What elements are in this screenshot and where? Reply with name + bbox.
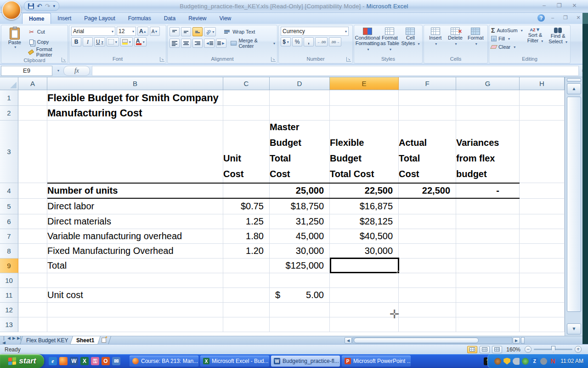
tab-review[interactable]: Review [182, 13, 213, 24]
delete-cells-button[interactable]: ✕ Delete▾ [446, 27, 464, 56]
grid-row[interactable]: 13 [0, 317, 582, 332]
cell-d9[interactable]: $125,000 [270, 259, 330, 273]
normal-view-button[interactable] [467, 346, 477, 353]
excel-icon[interactable]: X [80, 357, 89, 365]
scroll-right-icon[interactable]: ▶ [513, 337, 520, 344]
select-all-button[interactable] [0, 77, 18, 90]
conditional-formatting-button[interactable]: ConditionalFormatting ▾ [356, 27, 379, 56]
cell-b4[interactable]: Number of units [47, 183, 223, 198]
tab-view[interactable]: View [213, 13, 237, 24]
insert-function-button[interactable]: fx [63, 66, 90, 76]
cell-styles-button[interactable]: CellStyles ▾ [401, 27, 420, 56]
minimize-button[interactable]: – [538, 2, 550, 10]
start-button[interactable]: start [0, 354, 44, 368]
tray-volume-icon[interactable] [540, 358, 547, 365]
column-header-e[interactable]: E [330, 77, 399, 90]
increase-decimal-button[interactable]: ←.00 [315, 37, 328, 46]
vertical-scroll-thumb[interactable] [567, 97, 581, 312]
merge-center-button[interactable]: Merge & Center▾ [230, 38, 275, 48]
workbook-minimize-button[interactable]: – [548, 15, 558, 22]
fill-handle[interactable] [397, 271, 400, 274]
scrollbar-split-handle[interactable] [567, 78, 581, 82]
cell-b9[interactable]: Total [47, 259, 223, 273]
format-as-table-button[interactable]: Formatas Table ▾ [379, 27, 401, 56]
cell-d8[interactable]: 30,000 [270, 244, 330, 258]
tray-shield-icon[interactable] [503, 358, 510, 365]
grid-row[interactable]: 3 Unit Cost Master Budget Total Cost Fle… [0, 121, 582, 183]
cell-e6[interactable]: $28,125 [330, 214, 399, 229]
horizontal-scrollbar[interactable]: ◀ ▶ [345, 337, 525, 344]
row-header-10[interactable]: 10 [0, 273, 18, 288]
cell-c6[interactable]: 1.25 [223, 214, 270, 229]
grid-row[interactable]: 1 Flexible Budget for Smith Company [0, 90, 582, 106]
tray-key-icon[interactable] [513, 358, 520, 365]
cell-c3[interactable]: Unit Cost [223, 121, 270, 183]
grid-row[interactable]: 6 Direct materials 1.25 31,250 $28,125 [0, 214, 582, 229]
cell-c5[interactable]: $0.75 [223, 199, 270, 214]
active-cell-e9[interactable] [330, 258, 399, 273]
tab-insert[interactable]: Insert [51, 13, 78, 24]
zoom-in-button[interactable]: + [575, 346, 582, 353]
cut-button[interactable]: ✂ Cut [28, 27, 66, 37]
grid-row[interactable]: 7 Variable manufacturing overhead 1.80 4… [0, 229, 582, 244]
scroll-left-icon[interactable]: ◀ [345, 337, 352, 344]
row-header-8[interactable]: 8 [0, 244, 18, 259]
bold-button[interactable]: B [71, 37, 81, 46]
sheet-tab-flex-budget-key[interactable]: Flex Budget KEY [20, 336, 74, 345]
tab-home[interactable]: Home [22, 13, 51, 24]
cell-c7[interactable]: 1.80 [223, 229, 270, 243]
task-budgeting-doc[interactable]: W Budgeting_practice-fl... [271, 356, 340, 367]
task-browser-course[interactable]: Course: BA 213: Man... [130, 356, 198, 367]
format-cells-button[interactable]: Format▾ [466, 27, 486, 56]
align-left-button[interactable] [170, 39, 180, 48]
tab-formulas[interactable]: Formulas [122, 13, 158, 24]
column-header-d[interactable]: D [270, 77, 330, 90]
grid-row[interactable]: 12 [0, 303, 582, 317]
row-header-1[interactable]: 1 [0, 90, 18, 106]
cell-e5[interactable]: $16,875 [330, 199, 399, 214]
cell-b5[interactable]: Direct labor [47, 199, 223, 214]
percent-style-button[interactable]: % [292, 37, 302, 46]
column-header-c[interactable]: C [223, 77, 270, 90]
align-bottom-button[interactable] [192, 27, 203, 36]
copy-button[interactable]: Copy [28, 37, 66, 47]
accounting-format-button[interactable]: $▾ [281, 37, 291, 46]
row-header-7[interactable]: 7 [0, 229, 18, 244]
column-header-g[interactable]: G [456, 77, 520, 90]
column-header-h[interactable]: H [520, 77, 565, 90]
internet-explorer-icon[interactable]: e [49, 357, 57, 365]
workbook-restore-button[interactable]: ❐ [560, 15, 571, 22]
tab-split-handle[interactable] [521, 337, 525, 344]
row-header-12[interactable]: 12 [0, 303, 18, 317]
cell-b6[interactable]: Direct materials [47, 214, 223, 229]
cell-g4[interactable]: - [456, 183, 520, 198]
cell-g3[interactable]: Variances from flex budget [456, 121, 520, 183]
font-name-combo[interactable]: Arial▾ [71, 27, 115, 36]
row-header-2[interactable]: 2 [0, 106, 18, 121]
key-icon[interactable]: ⚿ [91, 357, 99, 365]
number-format-combo[interactable]: Currency▾ [281, 27, 349, 36]
task-powerpoint[interactable]: P Microsoft PowerPoint ... [342, 356, 411, 367]
align-middle-button[interactable] [181, 27, 191, 36]
align-center-button[interactable] [181, 39, 191, 48]
zoom-level[interactable]: 160% [506, 346, 520, 353]
zoom-out-button[interactable]: − [525, 346, 531, 353]
tray-green-icon[interactable] [522, 358, 529, 365]
grid-row[interactable]: 4 Number of units 25,000 22,500 22,500 - [0, 183, 582, 199]
number-dialog-launcher-icon[interactable]: ↘ [346, 57, 351, 62]
grow-font-button[interactable]: A▲ [137, 27, 148, 36]
sheet-tab-sheet1[interactable]: Sheet1 [70, 336, 101, 345]
next-sheet-icon[interactable]: ▶ [12, 336, 16, 345]
prev-sheet-icon[interactable]: ◀ [7, 336, 11, 345]
zoom-slider-thumb[interactable] [551, 346, 555, 352]
tray-agent-icon[interactable] [494, 358, 501, 365]
messenger-icon[interactable]: ✉ [112, 357, 120, 365]
cell-d11[interactable]: $5.00 [270, 288, 330, 302]
outlook-icon[interactable]: O [102, 357, 110, 365]
clear-button[interactable]: Clear▾ [491, 43, 523, 51]
cell-e4[interactable]: 22,500 [330, 183, 399, 198]
row-header-11[interactable]: 11 [0, 288, 18, 303]
tray-z-icon[interactable]: Z [531, 358, 538, 365]
vertical-scrollbar[interactable]: ▲ ▼ [565, 77, 582, 336]
column-header-a[interactable]: A [18, 77, 47, 90]
